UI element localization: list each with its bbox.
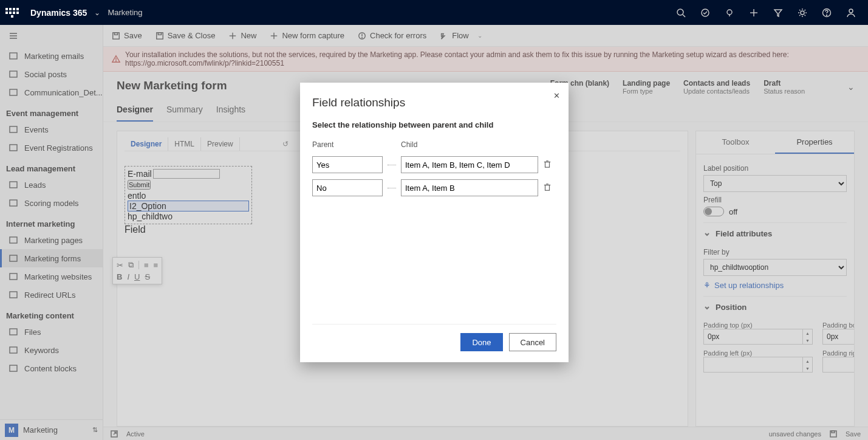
child-input[interactable]: [401, 179, 538, 196]
svg-point-0: [677, 9, 683, 15]
help-icon[interactable]: [815, 0, 839, 25]
bulb-icon[interactable]: [717, 0, 742, 25]
app-launcher-icon[interactable]: [5, 5, 19, 20]
delete-row-icon[interactable]: [543, 160, 556, 170]
child-input[interactable]: [401, 156, 538, 173]
gear-icon[interactable]: [790, 0, 815, 25]
user-icon[interactable]: [839, 0, 863, 25]
svg-point-7: [801, 11, 804, 15]
cancel-button[interactable]: Cancel: [509, 333, 556, 351]
parent-header: Parent: [312, 140, 383, 149]
field-relationships-dialog: ✕ Field relationships Select the relatio…: [300, 83, 569, 362]
plus-icon[interactable]: [742, 0, 766, 25]
svg-point-2: [702, 9, 709, 16]
delete-row-icon[interactable]: [543, 183, 556, 193]
svg-line-1: [683, 15, 685, 17]
parent-input[interactable]: [312, 156, 383, 173]
done-button[interactable]: Done: [460, 333, 502, 351]
brand[interactable]: Dynamics 365: [30, 8, 87, 18]
filter-icon[interactable]: [766, 0, 790, 25]
task-icon[interactable]: [693, 0, 717, 25]
chevron-down-icon[interactable]: ⌄: [94, 9, 100, 17]
svg-point-3: [727, 10, 732, 15]
close-icon[interactable]: ✕: [553, 91, 560, 100]
child-header: Child: [401, 140, 538, 149]
svg-rect-44: [545, 162, 550, 167]
dialog-title: Field relationships: [312, 96, 556, 109]
parent-input[interactable]: [312, 179, 383, 196]
svg-point-10: [849, 9, 853, 13]
svg-point-9: [827, 15, 827, 15]
module-name: Marketing: [108, 8, 142, 17]
svg-rect-47: [545, 185, 550, 190]
dialog-subtitle: Select the relationship between parent a…: [312, 120, 556, 129]
top-bar: Dynamics 365 ⌄ Marketing: [0, 0, 868, 25]
search-icon[interactable]: [669, 0, 693, 25]
